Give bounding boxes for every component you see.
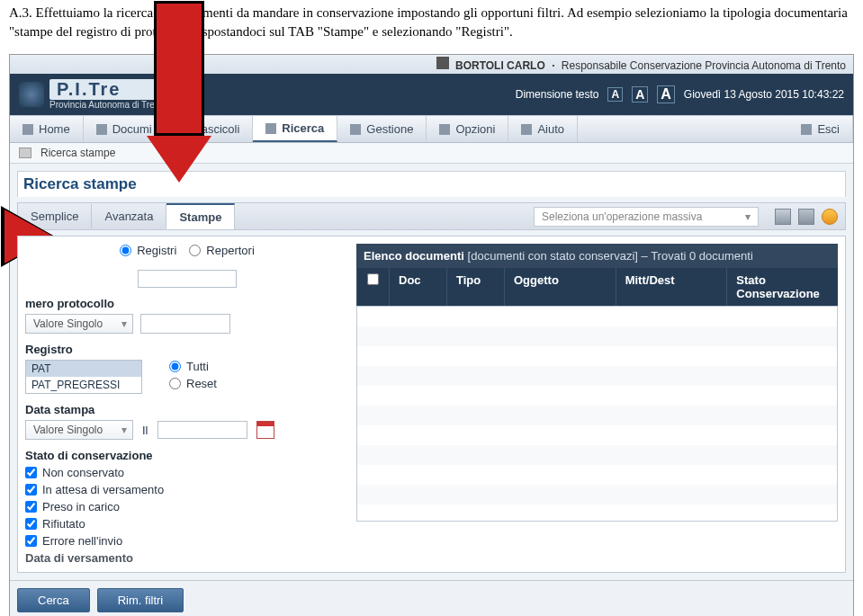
menu-opzioni[interactable]: Opzioni	[427, 116, 508, 142]
clear-filters-button[interactable]: Rim. filtri	[97, 588, 184, 612]
registro-listbox[interactable]: PAT PAT_PREGRESSI	[25, 360, 142, 394]
data-stampa-group: Data stampa Valore Singolo Il	[25, 403, 349, 440]
action-bar: Cerca Rim. filtri	[10, 580, 853, 616]
results-header: Elenco documenti [documenti con stato co…	[356, 244, 838, 268]
page-icon	[19, 147, 31, 158]
tipo-stampa-radios: Registri Repertori	[25, 244, 349, 288]
panel-title: Ricerca stampe	[17, 171, 846, 197]
menu-esci[interactable]: Esci	[788, 116, 853, 142]
font-size-large[interactable]: A	[657, 85, 675, 103]
help-icon	[521, 124, 532, 135]
main-menu: Home Documi Fascicoli Ricerca Gestione O…	[10, 115, 853, 143]
radio-registri[interactable]: Registri	[120, 244, 176, 257]
chk-rifiutato[interactable]: Rifiutato	[25, 517, 349, 531]
radio-reset[interactable]: Reset	[169, 377, 217, 390]
font-size-small[interactable]: A	[607, 87, 623, 102]
breadcrumb-bar: Ricerca stampe	[10, 143, 853, 164]
user-header: BORTOLI CARLO · Responsabile Conservazio…	[10, 55, 853, 74]
logo-emblem-icon	[19, 82, 44, 107]
search-tabs: Semplice Avanzata Stampe Seleziona un'op…	[17, 202, 846, 230]
menu-home[interactable]: Home	[10, 116, 84, 142]
tools-icon[interactable]	[798, 209, 814, 225]
results-panel: Elenco documenti [documenti con stato co…	[356, 244, 838, 565]
app-screenshot: BORTOLI CARLO · Responsabile Conservazio…	[9, 54, 854, 616]
stato-conservazione-group: Stato di conservazione Non conservato In…	[25, 449, 349, 565]
col-tipo[interactable]: Tipo	[446, 268, 504, 306]
font-size-label: Dimensione testo	[516, 88, 599, 101]
results-table-body	[356, 306, 838, 522]
save-icon[interactable]	[775, 209, 791, 225]
numero-protocollo-label: mero protocollo	[25, 297, 349, 310]
logo-text: P.I.Tre	[49, 79, 167, 100]
data-versamento-label-cut: Data di versamento	[25, 551, 349, 565]
chk-in-attesa[interactable]: In attesa di versamento	[25, 483, 349, 496]
exit-icon	[801, 124, 812, 135]
user-name: BORTOLI CARLO	[455, 59, 545, 72]
chk-preso-in-carico[interactable]: Preso in carico	[25, 500, 349, 513]
stato-conservazione-label: Stato di conservazione	[25, 449, 349, 462]
menu-fascicoli[interactable]: Fascicoli	[166, 116, 254, 142]
numero-protocollo-dropdown[interactable]: Valore Singolo	[25, 314, 133, 334]
radio-repertori[interactable]: Repertori	[189, 244, 254, 257]
filter-panel: Registri Repertori mero protocollo Valor…	[25, 244, 349, 565]
search-icon	[265, 123, 276, 134]
col-mittdest[interactable]: Mitt/Dest	[616, 268, 727, 306]
pencil-icon	[350, 124, 361, 135]
registro-label: Registro	[25, 343, 349, 356]
menu-aiuto[interactable]: Aiuto	[508, 116, 578, 142]
registro-opt-pregressi[interactable]: PAT_PREGRESSI	[26, 377, 141, 393]
user-role: Responsabile Conservazione Provincia Aut…	[562, 59, 846, 72]
col-checkbox[interactable]	[356, 268, 389, 306]
user-icon	[436, 57, 449, 69]
data-stampa-dropdown[interactable]: Valore Singolo	[25, 420, 133, 440]
col-doc[interactable]: Doc	[389, 268, 446, 306]
numero-protocollo-input[interactable]	[140, 314, 230, 334]
breadcrumb: Ricerca stampe	[40, 147, 115, 159]
tab-avanzata[interactable]: Avanzata	[92, 204, 166, 228]
gear-icon	[439, 124, 450, 135]
col-stato[interactable]: Stato Conservazione	[726, 268, 838, 306]
tipo-stampa-input[interactable]	[138, 270, 237, 288]
chk-non-conservato[interactable]: Non conservato	[25, 466, 349, 479]
data-stampa-il-label: Il	[142, 424, 148, 437]
registro-opt-pat[interactable]: PAT	[26, 361, 141, 377]
registro-group: Registro PAT PAT_PREGRESSI Tutti Reset	[25, 343, 349, 394]
brand-bar: P.I.Tre Provincia Autonoma di Trento Dim…	[10, 74, 853, 115]
home-icon	[22, 124, 33, 135]
calendar-icon[interactable]	[256, 421, 274, 439]
mass-operation-select[interactable]: Seleziona un'operazione massiva	[534, 207, 759, 227]
results-table-header: Doc Tipo Oggetto Mitt/Dest Stato Conserv…	[356, 268, 838, 306]
favorite-icon[interactable]	[822, 209, 838, 225]
data-stampa-label: Data stampa	[25, 403, 349, 416]
menu-documenti[interactable]: Documi	[84, 116, 166, 142]
menu-ricerca[interactable]: Ricerca	[253, 116, 337, 142]
doc-icon	[96, 124, 107, 135]
logo-subtitle: Provincia Autonoma di Trento	[49, 100, 167, 110]
col-oggetto[interactable]: Oggetto	[504, 268, 616, 306]
search-button[interactable]: Cerca	[17, 588, 90, 612]
data-stampa-input[interactable]	[157, 421, 247, 439]
header-datetime: Giovedì 13 Agosto 2015 10:43:22	[684, 88, 844, 101]
radio-tutti[interactable]: Tutti	[169, 360, 217, 373]
chk-errore-invio[interactable]: Errore nell'invio	[25, 534, 349, 548]
menu-gestione[interactable]: Gestione	[337, 116, 427, 142]
instruction-paragraph: A.3. Effettuiamo la ricerca dei document…	[0, 0, 863, 54]
folder-icon	[178, 124, 189, 135]
tab-stampe[interactable]: Stampe	[166, 203, 235, 229]
font-size-med[interactable]: A	[632, 86, 648, 103]
numero-protocollo-group: mero protocollo Valore Singolo	[25, 297, 349, 334]
